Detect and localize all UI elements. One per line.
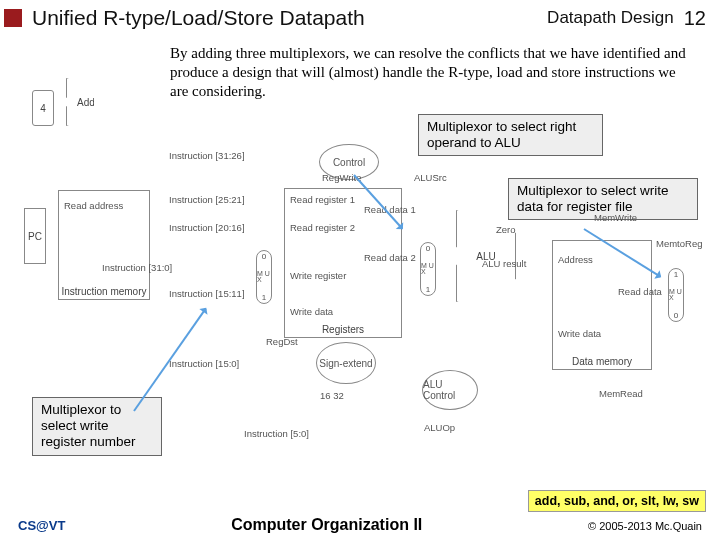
instruction-out-label: Instruction [31:0] (102, 262, 172, 273)
sign-extend-width: 16 32 (320, 390, 344, 401)
datapath-diagram: 4 Add PC Instruction memory Read address… (24, 150, 706, 480)
read-address-label: Read address (64, 200, 123, 211)
write-data-label: Write data (290, 306, 333, 317)
page-number: 12 (684, 7, 706, 30)
instr-25-21-label: Instruction [25:21] (169, 194, 245, 205)
slide-header: Unified R-type/Load/Store Datapath Datap… (0, 0, 720, 34)
read-reg2-label: Read register 2 (290, 222, 355, 233)
pc-register: PC (24, 208, 46, 264)
slide-footer: CS@VT Computer Organization II © 2005-20… (0, 516, 720, 534)
body-paragraph: By adding three multiplexors, we can res… (170, 44, 690, 100)
alu-control: ALU Control (422, 370, 478, 410)
title-bullet (4, 9, 22, 27)
dm-read-data-label: Read data (618, 286, 662, 297)
write-reg-label: Write register (290, 270, 346, 281)
mux-memtoreg: 1 M U X 0 (668, 268, 684, 322)
mux-1-label: 1 (262, 293, 266, 302)
instr-15-0-label: Instruction [15:0] (169, 358, 239, 369)
mux-regdst: 0 M U X 1 (256, 250, 272, 304)
mux-1-label: 1 (674, 270, 678, 279)
mux-alusrc: 0 M U X 1 (420, 242, 436, 296)
memtoreg-label: MemtoReg (656, 238, 702, 249)
mux-0-label: 0 (674, 311, 678, 320)
sign-extend: Sign-extend (316, 342, 376, 384)
mux-text: M U X (669, 289, 683, 302)
read-reg1-label: Read register 1 (290, 194, 355, 205)
dm-write-data-label: Write data (558, 328, 601, 339)
zero-label: Zero (496, 224, 516, 235)
slide-topic: Datapath Design (547, 8, 674, 28)
sign-extend-label: Sign-extend (319, 358, 372, 369)
footer-center: Computer Organization II (65, 516, 588, 534)
footer-right: © 2005-2013 Mc.Quain (588, 520, 702, 532)
mux-0-label: 0 (426, 244, 430, 253)
instruction-list-bar: add, sub, and, or, slt, lw, sw (528, 490, 706, 512)
instr-5-0-label: Instruction [5:0] (244, 428, 309, 439)
instr-20-16-label: Instruction [20:16] (169, 222, 245, 233)
slide-title: Unified R-type/Load/Store Datapath (32, 6, 547, 30)
pcadder-4: 4 (32, 90, 54, 126)
read-data2-label: Read data 2 (364, 252, 416, 263)
dm-address-label: Address (558, 254, 593, 265)
footer-left: CS@VT (18, 518, 65, 533)
alusrc-label: ALUSrc (414, 172, 447, 183)
instr-31-26-label: Instruction [31:26] (169, 150, 245, 161)
aluop-label: ALUOp (424, 422, 455, 433)
alu-result-label: ALU result (482, 258, 526, 269)
adder-block: Add (66, 78, 106, 126)
mux-text: M U X (257, 271, 271, 284)
instr-15-11-label: Instruction [15:11] (169, 288, 245, 299)
memwrite-label: MemWrite (594, 212, 637, 223)
mux-0-label: 0 (262, 252, 266, 261)
memread-label: MemRead (599, 388, 643, 399)
mux-1-label: 1 (426, 285, 430, 294)
mux-text: M U X (421, 263, 435, 276)
